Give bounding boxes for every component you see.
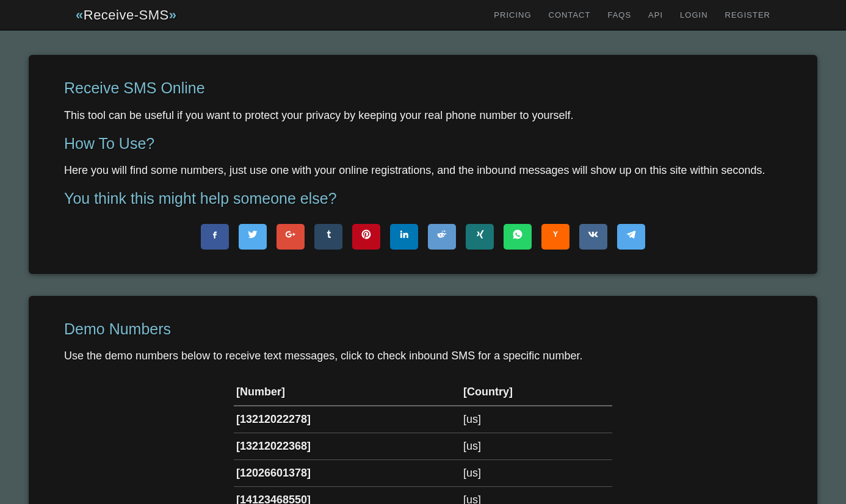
table-row[interactable]: [14123468550] [us] (234, 487, 612, 505)
share-hackernews[interactable]: Y (541, 224, 569, 250)
table-row[interactable]: [13212022368] [us] (234, 433, 612, 460)
demo-numbers-table: [Number] [Country] [13212022278] [us] [1… (234, 379, 612, 504)
number-cell[interactable]: [12026601378] (234, 460, 461, 487)
country-cell: [us] (461, 406, 612, 433)
country-cell: [us] (461, 460, 612, 487)
share-twitter[interactable] (239, 224, 267, 250)
linkedin-icon (399, 228, 410, 245)
brand-name: Receive-SMS (84, 7, 169, 23)
share-xing[interactable] (466, 224, 494, 250)
share-row: Y (64, 224, 782, 250)
brand-logo[interactable]: «Receive-SMS» (76, 5, 176, 25)
share-reddit[interactable] (428, 224, 456, 250)
nav-pricing[interactable]: PRICING (494, 9, 531, 21)
reddit-icon (436, 228, 447, 245)
nav-login[interactable]: LOGIN (680, 9, 707, 21)
brand-angle-close: » (169, 7, 177, 23)
table-row[interactable]: [13212022278] [us] (234, 406, 612, 433)
telegram-icon (626, 228, 637, 245)
share-whatsapp[interactable] (504, 224, 532, 250)
number-cell[interactable]: [13212022368] (234, 433, 461, 460)
tumblr-icon (323, 228, 334, 245)
heading-how-to-use: How To Use? (64, 132, 782, 156)
col-number: [Number] (234, 379, 461, 406)
brand-angle-open: « (76, 7, 84, 23)
hackernews-icon: Y (550, 228, 561, 245)
nav-faqs[interactable]: FAQS (607, 9, 631, 21)
googleplus-icon (285, 228, 296, 245)
country-cell: [us] (461, 487, 612, 505)
share-tumblr[interactable] (314, 224, 342, 250)
share-linkedin[interactable] (390, 224, 418, 250)
share-googleplus[interactable] (277, 224, 305, 250)
vk-icon (588, 228, 599, 245)
heading-receive-sms: Receive SMS Online (64, 77, 782, 100)
share-telegram[interactable] (617, 224, 645, 250)
main-nav: PRICING CONTACT FAQS API LOGIN REGISTER (494, 9, 770, 21)
share-vk[interactable] (579, 224, 607, 250)
nav-register[interactable]: REGISTER (725, 9, 770, 21)
intro-text-2: Here you will find some numbers, just us… (64, 162, 782, 179)
country-cell: [us] (461, 433, 612, 460)
nav-contact[interactable]: CONTACT (549, 9, 591, 21)
demo-card: Demo Numbers Use the demo numbers below … (29, 296, 817, 505)
heading-demo-numbers: Demo Numbers (64, 318, 782, 341)
share-pinterest[interactable] (352, 224, 380, 250)
intro-card: Receive SMS Online This tool can be usef… (29, 55, 817, 274)
col-country: [Country] (461, 379, 612, 406)
share-facebook[interactable] (201, 224, 229, 250)
heading-help-someone: You think this might help someone else? (64, 187, 782, 211)
xing-icon (474, 228, 485, 245)
twitter-icon (247, 228, 258, 245)
top-bar: «Receive-SMS» PRICING CONTACT FAQS API L… (0, 0, 846, 31)
pinterest-icon (361, 228, 372, 245)
demo-lead: Use the demo numbers below to receive te… (64, 348, 782, 364)
number-cell[interactable]: [13212022278] (234, 406, 461, 433)
facebook-icon (209, 228, 220, 245)
whatsapp-icon (512, 228, 523, 245)
svg-text:Y: Y (553, 230, 558, 239)
nav-api[interactable]: API (648, 9, 663, 21)
table-row[interactable]: [12026601378] [us] (234, 460, 612, 487)
intro-text-1: This tool can be useful if you want to p… (64, 107, 782, 124)
number-cell[interactable]: [14123468550] (234, 487, 461, 505)
